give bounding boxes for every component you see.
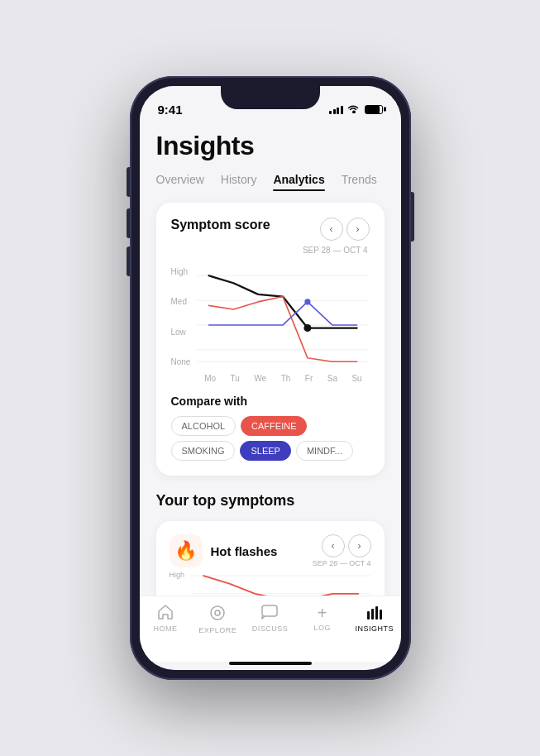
- tab-overview[interactable]: Overview: [156, 173, 204, 189]
- phone-screen: 9:41: [140, 86, 401, 670]
- x-label-su: Su: [351, 374, 361, 383]
- hotflash-line: [203, 576, 358, 596]
- content-area: Insights Overview History Analytics Tren…: [140, 122, 401, 596]
- nav-discuss[interactable]: DISCUSS: [249, 605, 290, 633]
- x-label-mo: Mo: [204, 374, 216, 383]
- symptom-nav-arrows: ‹ ›: [322, 534, 371, 557]
- chip-mindfulness[interactable]: MINDF...: [296, 441, 353, 461]
- phone-frame: 9:41: [130, 76, 411, 680]
- chip-smoking[interactable]: SMOKING: [171, 441, 236, 461]
- notch: [221, 86, 320, 109]
- main-line: [209, 275, 357, 328]
- battery-fill: [366, 106, 380, 113]
- status-time: 9:41: [158, 103, 183, 117]
- symptom-name: Hot flashes: [211, 544, 278, 558]
- nav-insights-label: INSIGHTS: [356, 624, 394, 633]
- nav-discuss-label: DISCUSS: [252, 624, 289, 633]
- chip-caffeine[interactable]: CAFFEINE: [241, 416, 307, 436]
- x-labels: Mo Tu We Th Fr Sa Su: [197, 374, 369, 383]
- signal-bar-3: [337, 108, 339, 114]
- symptom-card: 🔥 Hot flashes ‹ › SEP 28 — OCT 4 High: [156, 521, 385, 596]
- nav-log-label: LOG: [313, 624, 331, 632]
- symptom-score-card: Symptom score ‹ › SEP 28 — OCT 4 High Me…: [156, 203, 385, 476]
- signal-bar-2: [333, 109, 336, 114]
- svg-rect-14: [380, 610, 382, 620]
- x-label-tu: Tu: [231, 374, 240, 383]
- battery-icon: [365, 105, 383, 114]
- status-icons: [329, 103, 383, 115]
- x-label-sa: Sa: [327, 374, 337, 383]
- svg-rect-12: [371, 609, 374, 620]
- nav-log[interactable]: + LOG: [302, 605, 343, 632]
- symptom-chart-svg: [191, 571, 370, 596]
- svg-rect-10: [262, 605, 277, 616]
- y-label-med: Med: [171, 297, 191, 306]
- y-label-high: High: [171, 267, 191, 276]
- card-title: Symptom score: [171, 218, 270, 232]
- signal-bar-4: [341, 106, 343, 114]
- next-arrow-button[interactable]: ›: [346, 218, 370, 241]
- tab-trends[interactable]: Trends: [342, 173, 377, 189]
- svg-rect-11: [367, 611, 370, 620]
- card-header: Symptom score ‹ ›: [171, 218, 370, 241]
- symptom-chart-wrapper: High Med: [170, 571, 371, 596]
- home-icon: [157, 605, 174, 622]
- symptom-y-labels: High Med: [170, 571, 185, 596]
- svg-point-9: [215, 610, 220, 615]
- svg-rect-13: [375, 606, 378, 620]
- log-icon: +: [318, 605, 327, 621]
- symptom-prev-arrow[interactable]: ‹: [322, 534, 345, 557]
- signal-bars-icon: [329, 104, 343, 114]
- symptom-info: 🔥 Hot flashes: [170, 534, 278, 567]
- signal-bar-1: [329, 111, 332, 114]
- nav-arrows: ‹ ›: [320, 218, 370, 241]
- chart-wrapper: High Med Low None: [171, 263, 370, 395]
- y-labels: High Med Low None: [171, 263, 191, 371]
- nav-explore[interactable]: EXPLORE: [197, 605, 238, 634]
- date-range: SEP 28 — OCT 4: [171, 246, 368, 255]
- svg-point-8: [211, 606, 224, 620]
- page-title: Insights: [156, 131, 385, 161]
- chart-svg: [197, 263, 369, 371]
- tab-history[interactable]: History: [221, 173, 257, 189]
- chip-sleep[interactable]: SLEEP: [240, 441, 290, 461]
- nav-explore-label: EXPLORE: [198, 626, 237, 634]
- explore-icon: [209, 605, 226, 624]
- wifi-icon: [347, 103, 359, 115]
- x-label-fr: Fr: [305, 374, 313, 383]
- symptom-chart-area: [191, 571, 370, 596]
- symptom-nav: ‹ › SEP 28 — OCT 4: [313, 534, 371, 567]
- symptom-y-high: High: [170, 571, 185, 579]
- y-label-low: Low: [171, 328, 191, 337]
- compare-title: Compare with: [171, 395, 370, 408]
- x-label-we: We: [254, 374, 266, 383]
- compare-section: Compare with ALCOHOL CAFFEINE SMOKING SL…: [171, 395, 370, 461]
- symptom-next-arrow[interactable]: ›: [348, 534, 371, 557]
- y-label-none: None: [171, 357, 191, 366]
- tabs-container: Overview History Analytics Trends: [156, 173, 385, 189]
- symptom-header: 🔥 Hot flashes ‹ › SEP 28 — OCT 4: [170, 534, 371, 567]
- nav-home-label: HOME: [154, 624, 178, 633]
- caffeine-line: [209, 297, 357, 362]
- symptom-icon: 🔥: [170, 534, 203, 567]
- bottom-nav: HOME EXPLORE: [140, 596, 401, 662]
- chart-area: Mo Tu We Th Fr Sa Su: [197, 263, 369, 395]
- sleep-dot: [305, 299, 311, 304]
- chips-container: ALCOHOL CAFFEINE SMOKING SLEEP MINDF...: [171, 416, 370, 461]
- insights-icon: [366, 605, 383, 622]
- nav-home[interactable]: HOME: [145, 605, 186, 633]
- section-title: Your top symptoms: [156, 492, 385, 510]
- discuss-icon: [261, 605, 278, 622]
- x-label-th: Th: [281, 374, 291, 383]
- main-dot: [304, 324, 312, 332]
- home-indicator: [229, 662, 312, 665]
- sleep-line: [209, 302, 357, 325]
- symptom-date: SEP 28 — OCT 4: [313, 559, 371, 567]
- nav-insights[interactable]: INSIGHTS: [354, 605, 395, 633]
- prev-arrow-button[interactable]: ‹: [320, 218, 343, 241]
- chip-alcohol[interactable]: ALCOHOL: [171, 416, 237, 436]
- tab-analytics[interactable]: Analytics: [273, 173, 324, 189]
- status-bar: 9:41: [140, 86, 401, 122]
